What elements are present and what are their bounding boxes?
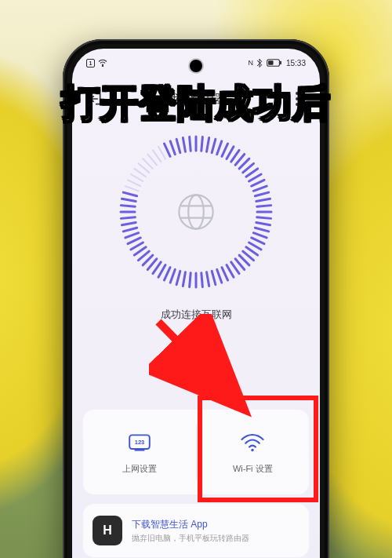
svg-line-9 — [222, 144, 228, 156]
svg-line-18 — [253, 186, 267, 191]
svg-line-16 — [249, 174, 262, 181]
svg-line-35 — [222, 268, 228, 280]
svg-line-42 — [183, 272, 185, 286]
svg-line-59 — [121, 206, 135, 207]
svg-line-62 — [125, 186, 139, 191]
svg-rect-3 — [268, 60, 273, 65]
svg-line-6 — [207, 137, 209, 151]
svg-point-77 — [188, 195, 204, 228]
wifi-settings-button[interactable]: Wi-Fi 设置 — [197, 410, 310, 494]
promo-subtitle: 抛弃旧电脑，手机平板玩转路由器 — [132, 534, 249, 544]
app-badge-icon: H — [93, 516, 122, 545]
svg-line-7 — [212, 139, 216, 152]
svg-line-71 — [164, 144, 170, 156]
overlay-caption: 打开登陆成功后 — [62, 78, 331, 129]
promo-title: 下载智慧生活 App — [132, 518, 249, 531]
svg-line-41 — [190, 273, 191, 287]
quick-actions: 123 上网设置 Wi-Fi 设置 — [83, 410, 309, 494]
bluetooth-icon — [256, 59, 263, 67]
promo-card[interactable]: H 下载智慧生活 App 抛弃旧电脑，手机平板玩转路由器 — [83, 504, 309, 557]
svg-line-56 — [122, 223, 136, 225]
svg-line-69 — [153, 150, 161, 162]
svg-line-5 — [201, 137, 203, 151]
svg-line-37 — [212, 271, 216, 284]
svg-line-65 — [134, 169, 146, 177]
svg-line-75 — [190, 137, 191, 151]
internet-settings-label: 上网设置 — [122, 463, 157, 475]
battery-icon — [267, 59, 282, 67]
svg-line-36 — [217, 269, 222, 283]
svg-point-80 — [251, 448, 254, 451]
svg-rect-2 — [280, 61, 281, 64]
svg-line-52 — [131, 243, 143, 250]
svg-line-20 — [256, 199, 270, 201]
svg-line-60 — [122, 199, 136, 201]
svg-line-67 — [143, 159, 153, 169]
svg-line-39 — [201, 273, 203, 287]
svg-line-27 — [252, 238, 264, 244]
svg-line-44 — [170, 269, 175, 283]
clock: 15:33 — [286, 59, 306, 67]
svg-line-23 — [257, 217, 271, 219]
wifi-settings-label: Wi-Fi 设置 — [233, 463, 273, 475]
svg-line-10 — [227, 147, 234, 159]
internet-settings-button[interactable]: 123 上网设置 — [83, 410, 196, 494]
internet-settings-icon: 123 — [127, 430, 152, 455]
svg-line-53 — [128, 238, 140, 244]
svg-line-28 — [249, 243, 262, 250]
svg-line-8 — [217, 141, 222, 155]
sim-indicator: 1 — [86, 59, 95, 67]
svg-line-43 — [176, 271, 180, 284]
nfc-icon: N — [248, 59, 252, 67]
svg-line-54 — [125, 233, 139, 238]
svg-line-63 — [128, 180, 140, 186]
svg-line-17 — [252, 180, 264, 186]
connection-status-text: 成功连接互联网 — [72, 308, 320, 322]
svg-line-38 — [207, 272, 209, 286]
svg-line-57 — [121, 217, 135, 219]
svg-line-46 — [158, 265, 165, 278]
svg-text:123: 123 — [134, 439, 144, 446]
svg-line-73 — [176, 139, 180, 152]
svg-line-74 — [183, 137, 185, 151]
svg-line-25 — [255, 228, 268, 232]
svg-line-70 — [158, 147, 165, 159]
globe-icon — [176, 191, 216, 232]
svg-point-0 — [102, 65, 103, 66]
svg-line-64 — [131, 174, 143, 181]
svg-line-66 — [138, 163, 149, 173]
svg-line-21 — [257, 206, 271, 207]
svg-line-34 — [227, 265, 234, 278]
status-dial — [118, 133, 274, 290]
svg-line-45 — [164, 268, 170, 280]
svg-line-19 — [255, 192, 268, 196]
svg-line-24 — [256, 223, 270, 225]
svg-line-26 — [253, 233, 267, 238]
svg-point-76 — [179, 195, 212, 228]
camera-punch-hole — [190, 60, 202, 72]
svg-line-55 — [123, 228, 136, 232]
svg-line-68 — [147, 154, 157, 165]
svg-line-72 — [170, 141, 175, 155]
svg-line-61 — [123, 192, 136, 196]
wifi-status-icon — [98, 59, 107, 67]
wifi-icon — [240, 430, 265, 455]
